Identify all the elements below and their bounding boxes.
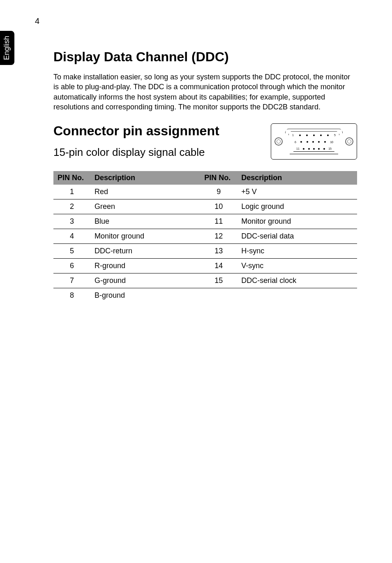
table-row: 3 Blue 11 Monitor ground xyxy=(53,214,357,229)
cell-pin: 13 xyxy=(200,244,237,259)
table-row: 4 Monitor ground 12 DDC-serial data xyxy=(53,229,357,244)
pin-dot xyxy=(318,141,320,143)
cell-desc: +5 V xyxy=(237,185,357,199)
cell-desc: Green xyxy=(90,199,200,214)
language-tab: English xyxy=(0,31,14,65)
cell-pin: 8 xyxy=(53,288,90,303)
content-area: Display Data Channel (DDC) To make insta… xyxy=(53,49,357,303)
table-row: 5 DDC-return 13 H-sync xyxy=(53,244,357,259)
cell-desc xyxy=(237,288,357,303)
pin-label-10: 10 xyxy=(330,141,333,144)
pin-dot xyxy=(300,141,302,143)
heading-ddc: Display Data Channel (DDC) xyxy=(53,49,357,65)
cell-pin: 7 xyxy=(53,273,90,288)
cell-desc: Logic ground xyxy=(237,199,357,214)
pin-dot xyxy=(313,148,315,150)
cell-desc: G-ground xyxy=(90,273,200,288)
pin-label-15: 15 xyxy=(328,147,332,150)
cell-pin: 6 xyxy=(53,259,90,273)
cell-desc: H-sync xyxy=(237,244,357,259)
cell-desc: DDC-return xyxy=(90,244,200,259)
page-number: 4 xyxy=(35,16,39,26)
screw-icon xyxy=(274,137,283,146)
th-pin-2: PIN No. xyxy=(200,171,237,185)
th-desc-2: Description xyxy=(237,171,357,185)
table-header-row: PIN No. Description PIN No. Description xyxy=(53,171,357,185)
cell-desc: Monitor ground xyxy=(237,214,357,229)
cell-desc: V-sync xyxy=(237,259,357,273)
cell-pin: 4 xyxy=(53,229,90,244)
page: English 4 Display Data Channel (DDC) To … xyxy=(0,0,392,563)
cell-pin: 2 xyxy=(53,199,90,214)
cell-desc: Blue xyxy=(90,214,200,229)
th-pin-1: PIN No. xyxy=(53,171,90,185)
pin-dot xyxy=(318,148,320,150)
cell-desc: R-ground xyxy=(90,259,200,273)
table-row: 7 G-ground 15 DDC-serial clock xyxy=(53,273,357,288)
cell-pin: 5 xyxy=(53,244,90,259)
heading-connector: Connector pin assignment xyxy=(53,123,263,139)
pin-dot xyxy=(313,134,315,136)
table-row: 1 Red 9 +5 V xyxy=(53,185,357,199)
pin-dot xyxy=(308,148,310,150)
connector-diagram: 1 5 6 xyxy=(271,123,357,160)
th-desc-1: Description xyxy=(90,171,200,185)
screw-icon xyxy=(345,137,353,146)
pin-dot xyxy=(307,141,308,143)
pin-dot xyxy=(320,134,322,136)
cell-pin: 12 xyxy=(200,229,237,244)
pin-dot xyxy=(327,134,329,136)
cell-pin: 15 xyxy=(200,273,237,288)
cell-pin: 14 xyxy=(200,259,237,273)
dsub-connector-icon: 1 5 6 xyxy=(285,129,343,154)
pin-dot xyxy=(303,148,304,150)
pin-dot xyxy=(323,148,325,150)
subheading-cable: 15-pin color display signal cable xyxy=(53,146,263,159)
table-row: 8 B-ground xyxy=(53,288,357,303)
pin-label-6: 6 xyxy=(295,141,296,144)
cell-desc: DDC-serial data xyxy=(237,229,357,244)
paragraph-ddc: To make installation easier, so long as … xyxy=(53,72,357,112)
cell-desc: Monitor ground xyxy=(90,229,200,244)
cell-pin: 3 xyxy=(53,214,90,229)
pin-dot xyxy=(306,134,308,136)
pin-dot xyxy=(324,141,326,143)
table-row: 6 R-ground 14 V-sync xyxy=(53,259,357,273)
cell-desc: Red xyxy=(90,185,200,199)
pin-label-1: 1 xyxy=(292,134,294,137)
cell-pin: 10 xyxy=(200,199,237,214)
cell-pin xyxy=(200,288,237,303)
pin-label-11: 11 xyxy=(296,147,300,150)
pin-table: PIN No. Description PIN No. Description … xyxy=(53,171,357,303)
cell-pin: 9 xyxy=(200,185,237,199)
pin-dot xyxy=(312,141,314,143)
pin-label-5: 5 xyxy=(334,134,336,137)
cell-pin: 11 xyxy=(200,214,237,229)
cell-desc: B-ground xyxy=(90,288,200,303)
cell-desc: DDC-serial clock xyxy=(237,273,357,288)
table-row: 2 Green 10 Logic ground xyxy=(53,199,357,214)
cell-pin: 1 xyxy=(53,185,90,199)
pin-dot xyxy=(299,134,301,136)
